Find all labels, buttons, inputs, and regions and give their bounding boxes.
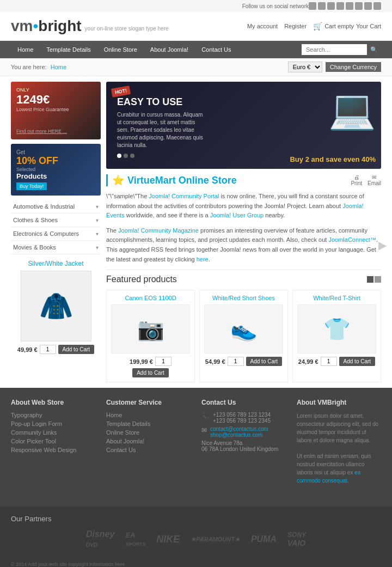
banner1-label: Lowest Price Guarantee bbox=[16, 107, 95, 112]
footer-cs-contact[interactable]: Contact Us bbox=[106, 447, 191, 453]
sidebar-categories: Automotive & Industrial ▾ Clothes & Shoe… bbox=[11, 200, 101, 254]
cat-label: Movies & Books bbox=[13, 244, 56, 251]
social-icon-3[interactable] bbox=[327, 2, 335, 10]
cat-automotive[interactable]: Automotive & Industrial ▾ bbox=[11, 200, 101, 214]
footer-link-responsive[interactable]: Responsive Web Design bbox=[11, 447, 95, 453]
social-icon-6[interactable] bbox=[355, 2, 363, 10]
laptop-icon: 💻 bbox=[328, 87, 376, 132]
social-icon-1[interactable] bbox=[309, 2, 316, 10]
cat-movies[interactable]: Movies & Books ▾ bbox=[11, 241, 101, 254]
copyright-line1: © 2014 Add your web site copyright infor… bbox=[11, 562, 381, 567]
nav-online-store[interactable]: Online Store bbox=[97, 41, 144, 58]
footer-cs-template[interactable]: Template Details bbox=[106, 420, 191, 427]
change-currency-button[interactable]: Change Currency bbox=[326, 62, 381, 72]
banner1-only: ONLY bbox=[16, 87, 95, 93]
joomla-magazine-link[interactable]: Joomla! Community Magazine bbox=[118, 227, 199, 234]
store-description-2: The Joomla! Community Magazine promises … bbox=[106, 226, 381, 264]
product-0-image: 📷 bbox=[111, 304, 190, 353]
hero-text: Curabitur in cursus massa. Aliquam ut co… bbox=[117, 111, 204, 149]
nav-home[interactable]: Home bbox=[11, 41, 40, 58]
footer-cs-home[interactable]: Home bbox=[106, 412, 191, 418]
social-icon-4[interactable] bbox=[336, 2, 344, 10]
partners-logos: DisneyDVD EASPORTS NIKE ★PARAMOUNT★ PUMA… bbox=[11, 529, 381, 549]
banner1-price: 1249€ bbox=[16, 93, 95, 107]
footer-link-color[interactable]: Color Picker Tool bbox=[11, 438, 95, 444]
footer-col4-text2: Ut enim ad minim veniam, quis nostrud ex… bbox=[297, 452, 381, 485]
nav-left: Home Template Details Online Store About… bbox=[11, 41, 238, 58]
hero-main-banner: HOT! 💻 EASY TO USE Curabitur in cursus m… bbox=[106, 82, 381, 169]
product-0-add-to-cart-button[interactable]: Add to Cart bbox=[132, 368, 169, 377]
sidebar-add-to-cart-button[interactable]: Add to Cart bbox=[58, 345, 95, 354]
cat-label: Clothes & Shoes bbox=[13, 217, 58, 223]
footer-col4-title: About VMBright bbox=[297, 399, 381, 406]
email-address-1[interactable]: contact@contactus.com bbox=[210, 426, 268, 432]
product-1-qty[interactable] bbox=[228, 357, 244, 366]
featured-nav-next[interactable] bbox=[375, 276, 381, 283]
shoes-icon: 👟 bbox=[230, 316, 258, 342]
footer-col3-title: Contact Us bbox=[201, 399, 286, 406]
divider bbox=[106, 270, 381, 270]
product-1-image: 👟 bbox=[204, 304, 283, 353]
banner2-products: Products bbox=[16, 172, 58, 180]
cat-clothes[interactable]: Clothes & Shoes ▾ bbox=[11, 214, 101, 227]
banner2-get: Get bbox=[16, 149, 58, 155]
social-icon-7[interactable] bbox=[364, 2, 372, 10]
nav-contact-us[interactable]: Contact Us bbox=[195, 41, 237, 58]
joomla-connect-link[interactable]: JoomlaConnect™ bbox=[328, 236, 376, 243]
chevron-down-icon: ▾ bbox=[96, 245, 99, 251]
joomla-user-group-link[interactable]: Joomla! User Group bbox=[210, 212, 264, 218]
footer-col-customer-service: Customer Service Home Template Details O… bbox=[106, 399, 191, 485]
sidebar-product-qty[interactable] bbox=[40, 345, 56, 354]
email-address-2[interactable]: shop@contactus.com bbox=[210, 432, 268, 438]
featured-header: Featured products bbox=[106, 275, 381, 284]
print-action[interactable]: 🖨 Print bbox=[351, 174, 362, 186]
product-2-qty[interactable] bbox=[321, 357, 337, 366]
tshirt-icon: 👕 bbox=[323, 316, 351, 342]
featured-nav bbox=[367, 276, 381, 283]
email-action[interactable]: ✉ Email bbox=[367, 174, 381, 186]
search-button[interactable]: 🔍 bbox=[367, 44, 381, 56]
featured-nav-prev[interactable] bbox=[367, 276, 373, 283]
joomla-portal-link[interactable]: Joomla! Community Portal bbox=[149, 193, 219, 199]
hero-dot-3[interactable] bbox=[130, 154, 134, 158]
footer-link-typography[interactable]: Typography bbox=[11, 412, 95, 418]
currency-dropdown[interactable]: Euro € USD $ bbox=[288, 62, 322, 72]
banner2-btn[interactable]: Buy Today! bbox=[16, 182, 47, 190]
store-title-icon: ⭐ bbox=[112, 174, 124, 186]
social-icon-5[interactable] bbox=[346, 2, 353, 10]
nav-template-details[interactable]: Template Details bbox=[40, 41, 97, 58]
nav-about-joomla[interactable]: About Joomla! bbox=[144, 41, 195, 58]
product-2-price: 24,99 € bbox=[298, 358, 318, 365]
main-content: ONLY 1249€ Lowest Price Guarantee Find o… bbox=[0, 76, 392, 388]
cat-electronics[interactable]: Electronics & Computers ▾ bbox=[11, 227, 101, 241]
my-account-link[interactable]: My account bbox=[247, 23, 278, 29]
logo-tagline: your on-line store slogan type here bbox=[85, 26, 169, 32]
partners-title: Our Partners bbox=[11, 515, 381, 523]
hero-dot-2[interactable] bbox=[124, 154, 128, 158]
social-icon-2[interactable] bbox=[318, 2, 326, 10]
social-icon-8[interactable] bbox=[373, 2, 381, 10]
banner1-link[interactable]: Find out more HERE ... bbox=[16, 129, 95, 134]
hero-dot-1[interactable] bbox=[117, 154, 121, 158]
store-header: ⭐ VirtueMart Online Store 🖨 Print ✉ Emai… bbox=[106, 174, 381, 186]
cart-icon: 🛒 bbox=[313, 22, 322, 31]
product-1-add-to-cart-button[interactable]: Add to Cart bbox=[246, 357, 283, 366]
logo-dot: • bbox=[33, 17, 38, 35]
partner-paramount-logo: ★PARAMOUNT★ bbox=[191, 536, 240, 543]
breadcrumb-current[interactable]: Home bbox=[51, 64, 66, 70]
product-0-qty[interactable] bbox=[155, 357, 171, 366]
footer-cs-store[interactable]: Online Store bbox=[106, 429, 191, 436]
product-2-title: White/Red T-Shirt bbox=[297, 295, 376, 301]
here-link[interactable]: here bbox=[197, 256, 209, 263]
footer-cs-joomla[interactable]: About Joomla! bbox=[106, 438, 191, 444]
sidebar-banner-2: Get 10% OFF Selected Products Buy Today! bbox=[11, 144, 101, 196]
search-input[interactable] bbox=[302, 44, 367, 55]
product-2-add-to-cart-button[interactable]: Add to Cart bbox=[339, 357, 376, 366]
footer-link-popup[interactable]: Pop-up Login Form bbox=[11, 420, 95, 427]
cart-area[interactable]: 🛒 Cart empty Your Cart bbox=[313, 22, 381, 31]
logo: vm•bright your on-line store slogan type… bbox=[11, 17, 169, 35]
featured-title: Featured products bbox=[106, 275, 177, 284]
footer-link-community[interactable]: Community Links bbox=[11, 429, 95, 436]
store-title: ⭐ VirtueMart Online Store bbox=[106, 174, 237, 186]
register-link[interactable]: Register bbox=[284, 23, 307, 29]
